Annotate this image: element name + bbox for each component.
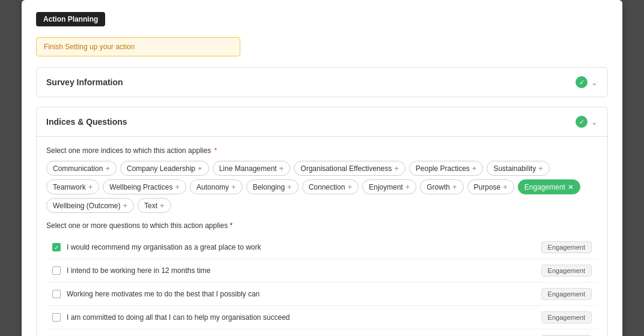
questions-label: Select one or more questions to which th… <box>46 221 598 230</box>
tag-sustainability[interactable]: Sustainability + <box>487 161 549 176</box>
question-badge-q3: Engagement <box>541 288 592 300</box>
question-row-q4: I am committed to doing all that I can t… <box>46 306 598 329</box>
tag-enjoyment[interactable]: Enjoyment + <box>362 179 416 194</box>
tag-add-icon[interactable]: + <box>452 182 457 191</box>
indices-section-controls: ✓ ⌄ <box>576 116 598 128</box>
question-text-q1: I would recommend my organisation as a g… <box>67 243 261 251</box>
tag-engagement[interactable]: Engagement ✕ <box>518 179 580 194</box>
tag-add-icon[interactable]: + <box>538 164 543 173</box>
tag-belonging[interactable]: Belonging + <box>246 179 299 194</box>
question-left-q4: I am committed to doing all that I can t… <box>52 313 290 322</box>
tag-add-icon[interactable]: + <box>279 164 284 173</box>
survey-section-controls: ✓ ⌄ <box>576 76 598 88</box>
question-checkbox-q1[interactable]: ✓ <box>52 243 61 251</box>
tag-growth[interactable]: Growth + <box>420 179 463 194</box>
question-text-q4: I am committed to doing all that I can t… <box>67 313 290 322</box>
tags-container: Communication +Company Leadership +Line … <box>46 161 598 213</box>
tag-label: Company Leadership <box>127 164 195 173</box>
question-left-q3: Working here motivates me to do the best… <box>52 290 260 298</box>
alert-banner: Finish Setting up your action <box>36 37 240 56</box>
tag-label: Wellbeing Practices <box>109 183 172 191</box>
tag-label: Enjoyment <box>369 183 403 191</box>
tag-label: Teamwork <box>53 183 86 191</box>
question-row-q2: I intend to be working here in 12 months… <box>46 259 598 283</box>
tag-company-leadership[interactable]: Company Leadership + <box>120 161 209 176</box>
question-left-q1: ✓I would recommend my organisation as a … <box>52 243 261 251</box>
tag-label: Growth <box>427 183 450 191</box>
indices-label: Select one more indices to which this ac… <box>46 146 598 155</box>
tag-purpose[interactable]: Purpose + <box>467 179 514 194</box>
question-row-q1: ✓I would recommend my organisation as a … <box>46 236 598 259</box>
tag-connection[interactable]: Connection + <box>302 179 359 194</box>
tag-add-icon[interactable]: + <box>123 201 128 210</box>
tag-wellbeing-outcome[interactable]: Wellbeing (Outcome) + <box>46 198 134 213</box>
tag-add-icon[interactable]: + <box>472 164 477 173</box>
alert-text: Finish Setting up your action <box>44 43 135 51</box>
survey-section-title: Survey Information <box>46 77 123 87</box>
indices-complete-icon: ✓ <box>576 116 588 128</box>
tag-label: Engagement <box>524 183 565 191</box>
tag-wellbeing-practices[interactable]: Wellbeing Practices + <box>103 179 186 194</box>
tag-label: Sustainability <box>493 164 536 173</box>
main-card: Action Planning Finish Setting up your a… <box>22 0 622 336</box>
question-row-q5: It would take a lot to tempt me to move … <box>46 329 598 336</box>
tag-add-icon[interactable]: + <box>198 164 202 173</box>
question-checkbox-q3[interactable] <box>52 290 61 298</box>
tag-add-icon[interactable]: + <box>105 164 110 173</box>
survey-chevron-icon: ⌄ <box>591 78 598 87</box>
tag-label: Line Management <box>219 164 277 173</box>
tag-label: People Practices <box>416 164 470 173</box>
tag-add-icon[interactable]: + <box>406 182 410 191</box>
survey-complete-icon: ✓ <box>576 76 588 88</box>
tag-add-icon[interactable]: + <box>287 182 292 191</box>
tag-people-practices[interactable]: People Practices + <box>409 161 484 176</box>
indices-required: * <box>212 146 217 155</box>
tag-add-icon[interactable]: + <box>231 182 236 191</box>
question-badge-q4: Engagement <box>541 311 592 323</box>
tag-teamwork[interactable]: Teamwork + <box>46 179 99 194</box>
questions-list: ✓I would recommend my organisation as a … <box>46 236 598 336</box>
tag-label: Purpose <box>474 183 501 191</box>
tag-line-management[interactable]: Line Management + <box>213 161 291 176</box>
question-text-q2: I intend to be working here in 12 months… <box>67 266 210 275</box>
tag-add-icon[interactable]: + <box>88 182 93 191</box>
tag-label: Connection <box>309 183 345 191</box>
tag-add-icon[interactable]: + <box>347 182 352 191</box>
question-text-q3: Working here motivates me to do the best… <box>67 290 260 298</box>
tag-organisational-effectiveness[interactable]: Organisational Effectiveness + <box>294 161 405 176</box>
tag-label: Autonomy <box>196 183 229 191</box>
indices-section-title: Indices & Questions <box>46 117 127 127</box>
question-checkbox-q2[interactable] <box>52 266 61 275</box>
tag-text[interactable]: Text + <box>138 198 171 213</box>
tag-autonomy[interactable]: Autonomy + <box>190 179 243 194</box>
question-row-q3: Working here motivates me to do the best… <box>46 283 598 306</box>
indices-section-header[interactable]: Indices & Questions ✓ ⌄ <box>37 107 607 136</box>
tag-label: Belonging <box>253 183 285 191</box>
tag-add-icon[interactable]: + <box>160 201 165 210</box>
question-left-q2: I intend to be working here in 12 months… <box>52 266 210 275</box>
survey-section: Survey Information ✓ ⌄ <box>36 67 608 97</box>
tag-communication[interactable]: Communication + <box>46 161 117 176</box>
tag-add-icon[interactable]: + <box>394 164 399 173</box>
question-badge-q2: Engagement <box>541 265 592 277</box>
tag-close-icon[interactable]: ✕ <box>568 183 574 191</box>
indices-chevron-icon: ⌄ <box>591 118 598 127</box>
indices-section: Indices & Questions ✓ ⌄ Select one more … <box>36 107 608 336</box>
survey-section-header[interactable]: Survey Information ✓ ⌄ <box>37 68 607 97</box>
tag-label: Text <box>144 202 157 210</box>
question-badge-q1: Engagement <box>541 241 592 253</box>
tag-add-icon[interactable]: + <box>175 182 180 191</box>
app-title: Action Planning <box>36 12 105 26</box>
tag-label: Wellbeing (Outcome) <box>53 202 121 210</box>
tag-label: Organisational Effectiveness <box>300 164 392 173</box>
question-checkbox-q4[interactable] <box>52 313 61 322</box>
tag-label: Communication <box>53 164 103 173</box>
indices-section-body: Select one more indices to which this ac… <box>37 136 607 336</box>
tag-add-icon[interactable]: + <box>503 182 508 191</box>
